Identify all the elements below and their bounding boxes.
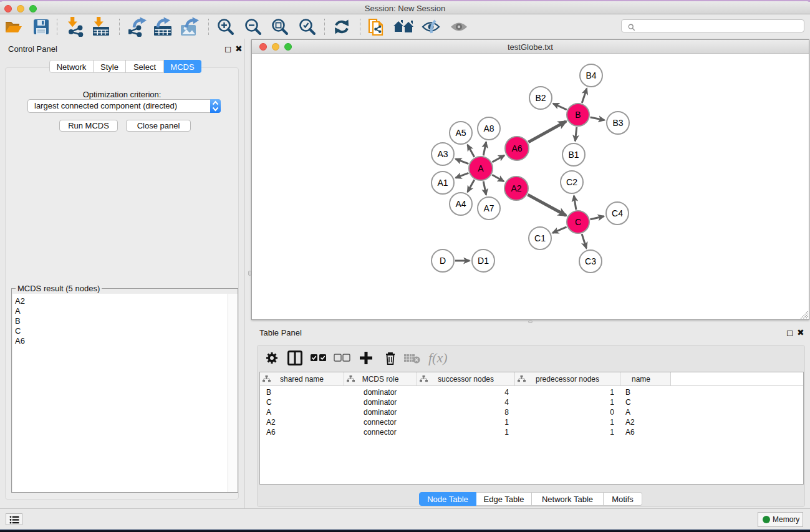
svg-text:C4: C4	[612, 208, 623, 218]
svg-text:D1: D1	[478, 256, 489, 266]
svg-text:C: C	[575, 217, 581, 227]
svg-text:B: B	[575, 110, 581, 120]
svg-text:B2: B2	[535, 93, 546, 103]
svg-text:A: A	[478, 163, 484, 173]
svg-text:A7: A7	[483, 203, 494, 213]
svg-text:B3: B3	[612, 118, 623, 128]
svg-text:A2: A2	[511, 183, 521, 193]
svg-text:A4: A4	[455, 199, 466, 209]
svg-text:A5: A5	[455, 128, 466, 138]
svg-text:B1: B1	[568, 150, 579, 160]
svg-text:C1: C1	[534, 233, 546, 243]
svg-text:C2: C2	[566, 177, 577, 187]
svg-text:C3: C3	[585, 256, 596, 266]
svg-text:A6: A6	[511, 143, 522, 153]
svg-text:A8: A8	[483, 123, 494, 133]
svg-text:A1: A1	[437, 178, 448, 188]
svg-text:B4: B4	[586, 70, 596, 80]
svg-text:D: D	[440, 256, 446, 266]
svg-text:A3: A3	[437, 149, 448, 159]
